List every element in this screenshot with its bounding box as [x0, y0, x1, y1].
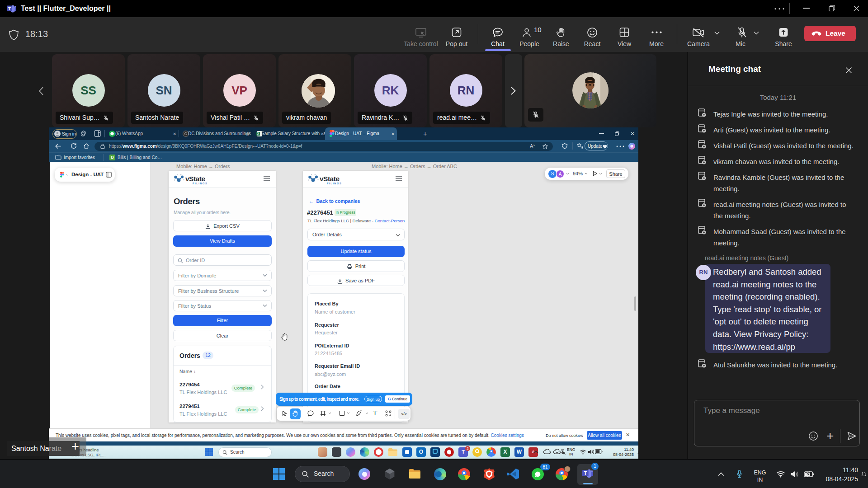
svg-text:T: T	[8, 6, 11, 11]
svg-text:vState: vState	[320, 175, 340, 183]
svg-text:FILINGS: FILINGS	[193, 182, 208, 185]
svg-text:FILINGS: FILINGS	[327, 182, 342, 185]
svg-text:X: X	[257, 132, 259, 135]
svg-text:vState: vState	[185, 175, 205, 183]
svg-text:T: T	[584, 470, 587, 476]
